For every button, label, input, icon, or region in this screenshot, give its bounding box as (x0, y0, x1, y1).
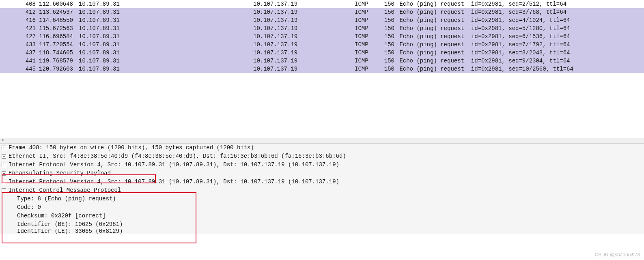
detail-text: Ethernet II, Src: f4:8e:38:5c:40:d9 (f4:… (9, 152, 346, 161)
col-length: 150 (379, 49, 396, 57)
detail-icmp-code[interactable]: Code: 0 (0, 203, 644, 212)
col-info: Echo (ping) request id=0x2981, seq=3/768… (396, 8, 644, 16)
packet-row[interactable]: 437118.74460510.107.89.3110.107.137.19IC… (0, 49, 644, 57)
expand-icon[interactable]: + (2, 180, 6, 184)
col-destination: 10.107.137.19 (253, 8, 355, 16)
col-length: 150 (379, 57, 396, 65)
watermark: CSDN @shaohui973 (594, 252, 640, 258)
detail-ip-inner[interactable]: + Internet Protocol Version 4, Src: 10.1… (0, 178, 644, 186)
expand-icon[interactable]: + (2, 171, 6, 176)
col-length: 150 (379, 24, 396, 32)
col-no: 421 (8, 24, 39, 32)
packet-details-pane[interactable]: + Frame 408: 150 bytes on wire (1200 bit… (0, 144, 644, 234)
packet-row[interactable]: 421115.67256310.107.89.3110.107.137.19IC… (0, 24, 644, 32)
detail-text: Internet Protocol Version 4, Src: 10.107… (9, 178, 339, 186)
col-source: 10.107.89.31 (79, 24, 253, 32)
packet-row[interactable]: 416114.64855010.107.89.3110.107.137.19IC… (0, 16, 644, 24)
col-destination: 10.107.137.19 (253, 49, 355, 57)
packet-list-pane[interactable]: 408112.60064810.107.89.3110.107.137.19IC… (0, 0, 644, 73)
packet-row[interactable]: 427116.69658410.107.89.3110.107.137.19IC… (0, 32, 644, 41)
detail-ethernet[interactable]: + Ethernet II, Src: f4:8e:38:5c:40:d9 (f… (0, 152, 644, 161)
col-no: 433 (8, 41, 39, 49)
col-no: 441 (8, 57, 39, 65)
scrollbar-left-chevron[interactable]: < (0, 138, 644, 144)
detail-text: Identifier (LE): 33065 (0x8129) (17, 229, 123, 234)
packet-row[interactable]: 441119.76857910.107.89.3110.107.137.19IC… (0, 57, 644, 65)
empty-space (0, 73, 644, 138)
col-source: 10.107.89.31 (79, 8, 253, 16)
packet-row[interactable]: 408112.60064810.107.89.3110.107.137.19IC… (0, 0, 644, 8)
col-protocol: ICMP (355, 8, 379, 16)
col-time: 112.600648 (39, 0, 79, 8)
detail-text: Frame 408: 150 bytes on wire (1200 bits)… (9, 144, 254, 152)
col-time: 114.648550 (39, 16, 79, 24)
detail-frame[interactable]: + Frame 408: 150 bytes on wire (1200 bit… (0, 144, 644, 152)
col-destination: 10.107.137.19 (253, 65, 355, 73)
col-protocol: ICMP (355, 41, 379, 49)
col-time: 113.624537 (39, 8, 79, 16)
col-length: 150 (379, 41, 396, 49)
col-protocol: ICMP (355, 16, 379, 24)
col-protocol: ICMP (355, 24, 379, 32)
col-length: 150 (379, 65, 396, 73)
detail-text: Internet Control Message Protocol (9, 186, 121, 195)
detail-text: Identifier (BE): 10625 (0x2981) (17, 220, 123, 229)
col-info: Echo (ping) request id=0x2981, seq=10/25… (396, 65, 644, 73)
detail-icmp-id-be[interactable]: Identifier (BE): 10625 (0x2981) (0, 220, 644, 229)
detail-text: Type: 8 (Echo (ping) request) (17, 195, 116, 203)
col-length: 150 (379, 8, 396, 16)
col-protocol: ICMP (355, 49, 379, 57)
col-protocol: ICMP (355, 32, 379, 41)
col-no: 445 (8, 65, 39, 73)
detail-text: Checksum: 0x320f [correct] (17, 212, 106, 220)
chevron-left-icon: < (2, 138, 4, 143)
col-no: 437 (8, 49, 39, 57)
col-info: Echo (ping) request id=0x2981, seq=9/230… (396, 57, 644, 65)
col-time: 118.744605 (39, 49, 79, 57)
expand-icon[interactable]: + (2, 146, 6, 150)
col-time: 116.696584 (39, 32, 79, 41)
detail-ip-outer[interactable]: + Internet Protocol Version 4, Src: 10.1… (0, 161, 644, 169)
packet-row[interactable]: 412113.62453710.107.89.3110.107.137.19IC… (0, 8, 644, 16)
col-destination: 10.107.137.19 (253, 16, 355, 24)
detail-text: Internet Protocol Version 4, Src: 10.107… (9, 161, 339, 169)
col-no: 412 (8, 8, 39, 16)
detail-icmp[interactable]: - Internet Control Message Protocol (0, 186, 644, 195)
col-no: 408 (8, 0, 39, 8)
col-source: 10.107.89.31 (79, 16, 253, 24)
col-info: Echo (ping) request id=0x2981, seq=7/179… (396, 41, 644, 49)
col-source: 10.107.89.31 (79, 57, 253, 65)
col-protocol: ICMP (355, 65, 379, 73)
col-length: 150 (379, 0, 396, 8)
detail-icmp-checksum[interactable]: Checksum: 0x320f [correct] (0, 212, 644, 220)
collapse-icon[interactable]: - (2, 188, 6, 193)
expand-icon[interactable]: + (2, 154, 6, 159)
expand-icon[interactable]: + (2, 163, 6, 167)
col-info: Echo (ping) request id=0x2981, seq=5/128… (396, 24, 644, 32)
col-destination: 10.107.137.19 (253, 41, 355, 49)
col-destination: 10.107.137.19 (253, 0, 355, 8)
col-time: 119.768579 (39, 57, 79, 65)
col-destination: 10.107.137.19 (253, 24, 355, 32)
detail-icmp-id-le[interactable]: Identifier (LE): 33065 (0x8129) (0, 229, 644, 234)
col-time: 117.720554 (39, 41, 79, 49)
col-source: 10.107.89.31 (79, 65, 253, 73)
col-source: 10.107.89.31 (79, 0, 253, 8)
packet-row[interactable]: 445120.79260310.107.89.3110.107.137.19IC… (0, 65, 644, 73)
col-length: 150 (379, 16, 396, 24)
detail-text: Code: 0 (17, 203, 41, 212)
detail-esp[interactable]: + Encapsulating Security Payload (0, 169, 644, 178)
col-length: 150 (379, 32, 396, 41)
col-destination: 10.107.137.19 (253, 32, 355, 41)
packet-row[interactable]: 433117.72055410.107.89.3110.107.137.19IC… (0, 41, 644, 49)
col-source: 10.107.89.31 (79, 49, 253, 57)
detail-icmp-type[interactable]: Type: 8 (Echo (ping) request) (0, 195, 644, 203)
col-time: 120.792603 (39, 65, 79, 73)
col-no: 427 (8, 32, 39, 41)
col-destination: 10.107.137.19 (253, 57, 355, 65)
col-time: 115.672563 (39, 24, 79, 32)
col-protocol: ICMP (355, 0, 379, 8)
col-source: 10.107.89.31 (79, 41, 253, 49)
col-info: Echo (ping) request id=0x2981, seq=8/204… (396, 49, 644, 57)
col-info: Echo (ping) request id=0x2981, seq=4/102… (396, 16, 644, 24)
